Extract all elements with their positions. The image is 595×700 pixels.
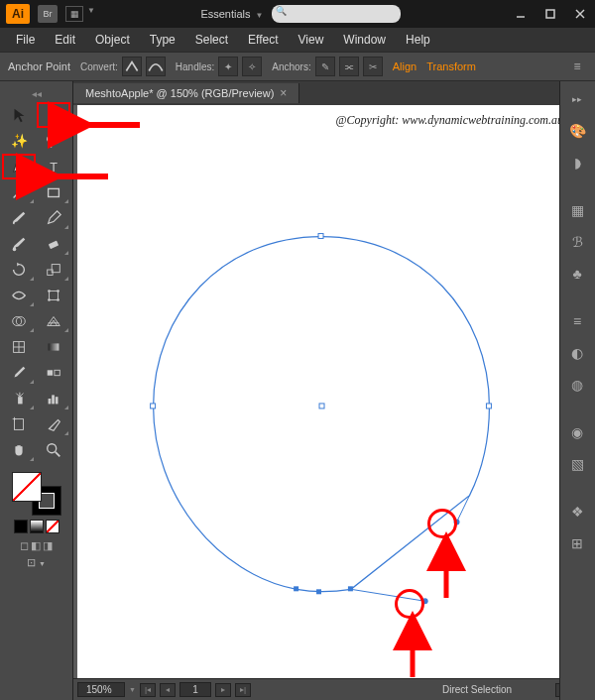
perspective-grid-tool[interactable] <box>38 309 69 333</box>
svg-rect-29 <box>15 419 24 430</box>
arrange-documents[interactable]: ▦▼ <box>65 6 95 22</box>
svg-rect-35 <box>486 404 491 408</box>
screen-mode-button[interactable]: ⊡ ▼ <box>27 556 46 569</box>
control-bar: Anchor Point Convert: Handles: ✦ ✧ Ancho… <box>0 52 595 81</box>
color-mode-button[interactable] <box>14 520 28 533</box>
svg-rect-34 <box>318 234 323 239</box>
eraser-tool[interactable] <box>38 232 69 256</box>
draw-behind-icon[interactable]: ◧ <box>31 539 41 552</box>
gradient-tool[interactable] <box>38 335 69 359</box>
handles-label: Handles: <box>176 61 214 72</box>
right-panel-dock: ▸▸ 🎨 ◗ ▦ ℬ ♣ ≡ ◐ ◍ ◉ ▧ ❖ ⊞ <box>559 81 595 700</box>
svg-rect-37 <box>319 404 324 408</box>
anchors-connect-button[interactable]: ⫘ <box>339 57 359 76</box>
artboard-tool[interactable] <box>3 412 35 436</box>
mesh-tool[interactable] <box>3 335 35 359</box>
svg-rect-28 <box>56 397 59 404</box>
gradient-mode-button[interactable] <box>30 520 44 533</box>
eyedropper-tool[interactable] <box>3 361 35 385</box>
width-tool[interactable] <box>3 284 35 307</box>
transparency-panel-icon[interactable]: ◍ <box>562 371 592 399</box>
paintbrush-tool[interactable] <box>3 206 35 230</box>
menu-file[interactable]: File <box>8 31 43 49</box>
zoom-tool[interactable] <box>38 438 69 462</box>
direct-selection-tool[interactable] <box>38 103 69 127</box>
minimize-button[interactable] <box>506 0 536 28</box>
draw-inside-icon[interactable]: ◨ <box>43 539 53 552</box>
blob-brush-tool[interactable] <box>3 232 35 256</box>
anchors-remove-button[interactable]: ✎ <box>315 57 335 76</box>
menu-object[interactable]: Object <box>87 31 138 49</box>
slice-tool[interactable] <box>38 412 69 436</box>
workspace-selector[interactable]: Essentials ▼ <box>200 8 263 20</box>
bridge-icon[interactable]: Br <box>38 5 58 23</box>
graph-tool[interactable] <box>38 387 69 410</box>
selection-tool[interactable] <box>3 103 35 127</box>
handles-hide-button[interactable]: ✧ <box>242 57 262 76</box>
search-input[interactable] <box>272 5 401 23</box>
rotate-tool[interactable] <box>3 258 35 282</box>
fill-swatch[interactable] <box>12 472 42 502</box>
menu-help[interactable]: Help <box>398 31 438 49</box>
anchors-cut-button[interactable]: ✂ <box>363 57 383 76</box>
blend-tool[interactable] <box>38 361 69 385</box>
appearance-panel-icon[interactable]: ◉ <box>562 418 592 446</box>
brushes-panel-icon[interactable]: ℬ <box>562 228 592 256</box>
swatches-panel-icon[interactable]: ▦ <box>562 196 592 224</box>
artboards-panel-icon[interactable]: ⊞ <box>562 529 592 557</box>
lasso-tool[interactable] <box>38 129 69 153</box>
line-tool[interactable] <box>3 180 35 204</box>
zoom-level[interactable]: 150% <box>77 682 125 697</box>
control-menu-icon[interactable]: ≡ <box>567 59 587 73</box>
magic-wand-tool[interactable]: ✨ <box>3 129 35 153</box>
pencil-tool[interactable] <box>38 206 69 230</box>
transform-link[interactable]: Transform <box>426 60 476 72</box>
svg-point-13 <box>48 290 51 292</box>
svg-rect-40 <box>294 586 298 591</box>
free-transform-tool[interactable] <box>38 284 69 307</box>
stroke-panel-icon[interactable]: ≡ <box>562 307 592 335</box>
panel-expand-icon[interactable]: ▸▸ <box>562 85 592 113</box>
first-artboard-button[interactable]: |◂ <box>140 683 156 697</box>
svg-rect-12 <box>50 292 59 300</box>
close-button[interactable] <box>565 0 595 28</box>
handles-show-button[interactable]: ✦ <box>218 57 238 76</box>
panel-collapse-icon[interactable]: ◂◂ <box>3 85 69 101</box>
shape-builder-tool[interactable] <box>3 309 35 333</box>
menu-view[interactable]: View <box>291 31 332 49</box>
svg-rect-26 <box>49 399 52 404</box>
hand-tool[interactable] <box>3 438 35 462</box>
menu-type[interactable]: Type <box>142 31 183 49</box>
symbols-panel-icon[interactable]: ♣ <box>562 260 592 288</box>
menu-select[interactable]: Select <box>187 31 236 49</box>
svg-rect-36 <box>151 404 156 408</box>
canvas[interactable]: @Copyright: www.dynamicwebtraining.com.a… <box>77 105 575 678</box>
scale-tool[interactable] <box>38 258 69 282</box>
convert-smooth-button[interactable] <box>146 57 166 76</box>
symbol-sprayer-tool[interactable] <box>3 387 35 410</box>
next-artboard-button[interactable]: ▸ <box>215 683 231 697</box>
graphic-styles-panel-icon[interactable]: ▧ <box>562 450 592 478</box>
svg-rect-9 <box>49 241 59 250</box>
draw-normal-icon[interactable]: ◻ <box>20 539 29 552</box>
prev-artboard-button[interactable]: ◂ <box>160 683 176 697</box>
artboard-number[interactable]: 1 <box>179 682 211 697</box>
color-panel-icon[interactable]: 🎨 <box>562 117 592 145</box>
align-link[interactable]: Align <box>393 60 416 72</box>
layers-panel-icon[interactable]: ❖ <box>562 498 592 525</box>
gradient-panel-icon[interactable]: ◐ <box>562 339 592 367</box>
pen-tool[interactable] <box>3 155 35 178</box>
convert-corner-button[interactable] <box>122 57 142 76</box>
document-tab[interactable]: MeshtoApple* @ 150% (RGB/Preview) × <box>73 83 299 103</box>
maximize-button[interactable] <box>536 0 565 28</box>
tab-close-icon[interactable]: × <box>280 86 287 100</box>
artwork-path[interactable] <box>77 105 575 678</box>
menu-edit[interactable]: Edit <box>47 31 83 49</box>
last-artboard-button[interactable]: ▸| <box>235 683 251 697</box>
fill-stroke-swatches[interactable] <box>12 472 61 516</box>
none-mode-button[interactable] <box>46 520 60 533</box>
menu-effect[interactable]: Effect <box>240 31 286 49</box>
color-guide-panel-icon[interactable]: ◗ <box>562 149 592 176</box>
menu-window[interactable]: Window <box>335 31 394 49</box>
annotation-arrow <box>398 623 427 678</box>
